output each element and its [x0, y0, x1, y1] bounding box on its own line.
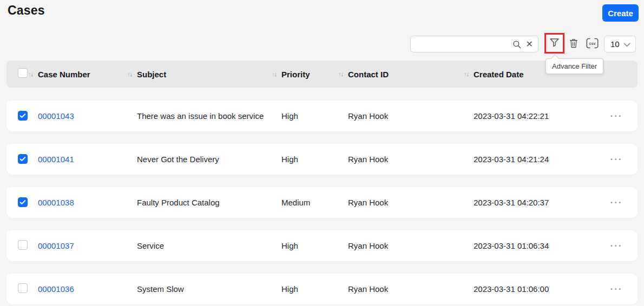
row-checkbox[interactable] [18, 111, 28, 121]
sort-icon: ↑↓ [272, 71, 281, 77]
table-row: 00001037 Service High Ryan Hook 2023-03-… [6, 230, 638, 261]
advance-filter-button[interactable] [549, 37, 560, 50]
priority-cell: High [281, 241, 348, 250]
svg-text:csv: csv [589, 42, 596, 45]
sort-icon: ↑↓ [127, 71, 137, 77]
subject-cell: There was an issue in book service [137, 111, 281, 121]
created-date-cell: 2023-03-31 04:21:24 [474, 155, 604, 164]
filter-icon [549, 37, 560, 50]
table-row: 00001041 Never Got the Delivery High Rya… [6, 144, 638, 175]
row-actions-ellipsis-icon[interactable]: ··· [607, 241, 626, 251]
delete-selected-button[interactable] [569, 38, 579, 50]
subject-cell: Service [137, 241, 281, 250]
contact-id-cell: Ryan Hook [348, 241, 474, 250]
subject-cell: System Slow [137, 284, 281, 294]
column-header-contact-id[interactable]: ↑↓ Contact ID [348, 70, 474, 79]
tooltip-text: Advance Filter [552, 62, 597, 70]
row-actions-ellipsis-icon[interactable]: ··· [607, 284, 626, 294]
case-number-link[interactable]: 00001038 [38, 198, 137, 207]
csv-export-icon: csv [586, 38, 599, 50]
create-button[interactable]: Create [602, 4, 639, 22]
contact-id-cell: Ryan Hook [348, 155, 474, 164]
row-checkbox[interactable] [18, 240, 28, 250]
sort-icon: ↑↓ [28, 71, 38, 77]
advance-filter-highlight [544, 33, 564, 54]
chevron-down-icon [623, 39, 630, 49]
advance-filter-tooltip: Advance Filter [546, 58, 603, 74]
search-icon[interactable] [512, 39, 522, 49]
page-size-select[interactable]: 10 [604, 36, 636, 52]
case-number-link[interactable]: 00001043 [38, 111, 137, 121]
column-header-case-number[interactable]: ↑↓ Case Number [38, 70, 137, 79]
table-row: 00001038 Faulty Product Catalog Medium R… [6, 187, 638, 218]
created-date-cell: 2023-03-31 04:22:21 [474, 111, 604, 121]
table-row: 00001036 System Slow High Ryan Hook 2023… [6, 274, 638, 304]
subject-cell: Faulty Product Catalog [137, 198, 281, 207]
row-actions-ellipsis-icon[interactable]: ··· [607, 111, 626, 121]
priority-cell: High [281, 111, 348, 121]
trash-icon [569, 38, 579, 50]
case-number-link[interactable]: 00001041 [38, 155, 137, 164]
column-header-subject[interactable]: ↑↓ Subject [137, 70, 281, 79]
sort-icon: ↑↓ [338, 71, 348, 77]
case-number-link[interactable]: 00001037 [38, 241, 137, 250]
priority-cell: High [281, 284, 348, 294]
row-checkbox[interactable] [18, 154, 28, 164]
search-input[interactable] [413, 40, 512, 49]
row-checkbox[interactable] [18, 197, 28, 207]
case-number-link[interactable]: 00001036 [38, 284, 137, 294]
created-date-cell: 2023-03-31 01:06:34 [474, 241, 604, 250]
sort-icon: ↑↓ [464, 71, 474, 77]
row-checkbox[interactable] [18, 283, 28, 293]
page-title: Cases [8, 3, 45, 18]
row-actions-ellipsis-icon[interactable]: ··· [607, 154, 626, 164]
select-all-checkbox[interactable] [18, 68, 28, 78]
search-box[interactable]: ✕ [410, 36, 538, 52]
page-size-value: 10 [610, 39, 620, 49]
export-csv-button[interactable]: csv [586, 38, 599, 50]
table-row: 00001043 There was an issue in book serv… [6, 101, 638, 131]
priority-cell: High [281, 155, 348, 164]
table-header: ↑↓ Case Number ↑↓ Subject ↑↓ Priority ↑↓… [6, 61, 638, 88]
contact-id-cell: Ryan Hook [348, 284, 474, 294]
contact-id-cell: Ryan Hook [348, 198, 474, 207]
priority-cell: Medium [281, 198, 348, 207]
clear-search-icon[interactable]: ✕ [526, 40, 533, 49]
row-actions-ellipsis-icon[interactable]: ··· [607, 197, 626, 208]
created-date-cell: 2023-03-31 04:20:37 [474, 198, 604, 207]
created-date-cell: 2023-03-31 01:06:00 [474, 284, 604, 294]
contact-id-cell: Ryan Hook [348, 111, 474, 121]
subject-cell: Never Got the Delivery [137, 155, 281, 164]
